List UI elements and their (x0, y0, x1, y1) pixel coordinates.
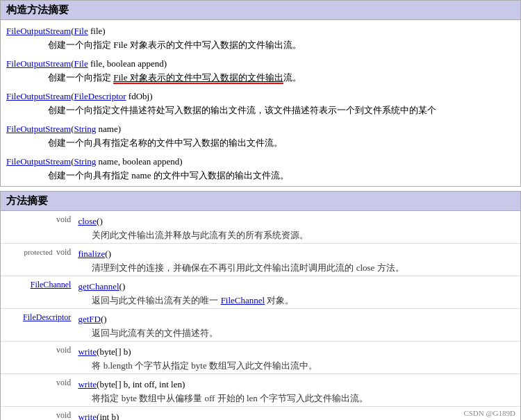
string-link-5[interactable]: String (74, 156, 97, 167)
method-sig-write3: write(int b) (78, 410, 518, 420)
constructor-link-3[interactable]: FileOutputStream (6, 91, 71, 101)
constructor-desc-2: 创建一个向指定 File 对象表示的文件中写入数据的文件输出流。 (6, 71, 515, 85)
method-link-write1[interactable]: write (78, 346, 97, 357)
constructor-desc-4: 创建一个向具有指定名称的文件中写入数据的输出文件流。 (6, 136, 515, 150)
constructor-item-1: FileOutputStream(File file) 创建一个向指定 File… (6, 24, 515, 51)
method-link-getfd[interactable]: getFD (78, 314, 101, 324)
method-link-finalize[interactable]: finalize (78, 249, 105, 259)
return-link-getfd[interactable]: FileDescriptor (23, 312, 71, 322)
method-sig-write1: write(byte[] b) (78, 345, 518, 359)
constructor-desc-3: 创建一个向指定文件描述符处写入数据的输出文件流，该文件描述符表示一个到文件系统中… (6, 103, 515, 117)
constructor-sig-5: FileOutputStream(String name, boolean ap… (6, 155, 515, 169)
method-return-write3: void (1, 407, 75, 421)
methods-header: 方法摘要 (1, 192, 520, 211)
constructor-link-1[interactable]: FileOutputStream (6, 26, 71, 36)
method-sig-getfd: getFD() (78, 312, 518, 326)
method-row-write3: void write(int b) 将指定字节写入此文件输出流。 (1, 407, 520, 421)
string-link-4[interactable]: String (74, 124, 97, 134)
constructor-sig-2: FileOutputStream(File file, boolean appe… (6, 57, 515, 71)
method-return-getchannel: FileChannel (1, 276, 75, 309)
method-cell-close: close() 关闭此文件输出流并释放与此流有关的所有系统资源。 (75, 211, 520, 244)
constructor-sig-1: FileOutputStream(File file) (6, 24, 515, 38)
constructor-link-2[interactable]: FileOutputStream (6, 58, 71, 69)
constructor-desc-5: 创建一个向具有指定 name 的文件中写入数据的输出文件流。 (6, 169, 515, 183)
method-sig-write2: write(byte[] b, int off, int len) (78, 378, 518, 392)
method-cell-getchannel: getChannel() 返回与此文件输出流有关的唯一 FileChannel … (75, 276, 520, 309)
constructor-sig-3: FileOutputStream(FileDescriptor fdObj) (6, 90, 515, 103)
constructor-sig-4: FileOutputStream(String name) (6, 122, 515, 136)
method-row-write1: void write(byte[] b) 将 b.length 个字节从指定 b… (1, 342, 520, 374)
methods-body: void close() 关闭此文件输出流并释放与此流有关的所有系统资源。 pr… (1, 211, 520, 420)
constructor-desc-1: 创建一个向指定 File 对象表示的文件中写入数据的文件输出流。 (6, 38, 515, 52)
method-row-close: void close() 关闭此文件输出流并释放与此流有关的所有系统资源。 (1, 211, 520, 244)
method-desc-getfd: 返回与此流有关的文件描述符。 (78, 326, 518, 340)
constructors-section: 构造方法摘要 FileOutputStream(File file) 创建一个向… (0, 0, 521, 187)
constructor-link-4[interactable]: FileOutputStream (6, 124, 71, 134)
method-cell-finalize: finalize() 清理到文件的连接，并确保在不再引用此文件输出流时调用此流的… (75, 244, 520, 276)
method-cell-write1: write(byte[] b) 将 b.length 个字节从指定 byte 数… (75, 342, 520, 374)
return-link-getchannel[interactable]: FileChannel (31, 280, 72, 289)
method-link-getchannel[interactable]: getChannel (78, 281, 119, 292)
method-link-write2[interactable]: write (78, 379, 97, 389)
methods-title: 方法摘要 (6, 195, 48, 206)
constructor-item-3: FileOutputStream(FileDescriptor fdObj) 创… (6, 90, 515, 117)
file-link-2[interactable]: File (74, 58, 88, 69)
method-cell-write2: write(byte[] b, int off, int len) 将指定 by… (75, 374, 520, 407)
watermark: CSDN @G189D (463, 409, 515, 417)
method-row-getfd: FileDescriptor getFD() 返回与此流有关的文件描述符。 (1, 309, 520, 342)
method-link-close[interactable]: close (78, 216, 97, 226)
method-desc-write1: 将 b.length 个字节从指定 byte 数组写入此文件输出流中。 (78, 359, 518, 373)
method-row-finalize: protected void finalize() 清理到文件的连接，并确保在不… (1, 244, 520, 276)
constructor-item-2: FileOutputStream(File file, boolean appe… (6, 57, 515, 84)
method-link-write3[interactable]: write (78, 412, 97, 420)
method-desc-getchannel: 返回与此文件输出流有关的唯一 FileChannel 对象。 (78, 294, 518, 308)
method-cell-getfd: getFD() 返回与此流有关的文件描述符。 (75, 309, 520, 342)
method-return-write1: void (1, 342, 75, 374)
constructor-link-5[interactable]: FileOutputStream (6, 156, 71, 167)
constructor-item-5: FileOutputStream(String name, boolean ap… (6, 155, 515, 182)
method-return-getfd: FileDescriptor (1, 309, 75, 342)
desc-highlight-2: File 对象表示的文件中写入数据的文件输出 (113, 72, 283, 84)
constructors-title: 构造方法摘要 (6, 4, 69, 15)
constructors-header: 构造方法摘要 (1, 1, 520, 20)
method-return-close: void (1, 211, 75, 244)
methods-section: 方法摘要 void close() 关闭此文件输出流并释放与此流有关的所有系统资… (0, 191, 521, 420)
file-link-1[interactable]: File (74, 26, 88, 36)
filechannel-inline-link[interactable]: FileChannel (221, 295, 265, 305)
method-return-finalize: protected void (1, 244, 75, 276)
method-sig-finalize: finalize() (78, 247, 518, 261)
method-sig-getchannel: getChannel() (78, 280, 518, 294)
method-return-write2: void (1, 374, 75, 407)
method-sig-close: close() (78, 215, 518, 228)
constructor-item-4: FileOutputStream(String name) 创建一个向具有指定名… (6, 122, 515, 149)
method-row-write2: void write(byte[] b, int off, int len) 将… (1, 374, 520, 407)
method-desc-close: 关闭此文件输出流并释放与此流有关的所有系统资源。 (78, 228, 518, 242)
filedescriptor-link-3[interactable]: FileDescriptor (74, 91, 126, 101)
method-desc-finalize: 清理到文件的连接，并确保在不再引用此文件输出流时调用此流的 close 方法。 (78, 261, 518, 275)
method-desc-write2: 将指定 byte 数组中从偏移量 off 开始的 len 个字节写入此文件输出流… (78, 392, 518, 405)
constructors-body: FileOutputStream(File file) 创建一个向指定 File… (1, 20, 520, 186)
methods-table: void close() 关闭此文件输出流并释放与此流有关的所有系统资源。 pr… (1, 211, 520, 420)
method-row-getchannel: FileChannel getChannel() 返回与此文件输出流有关的唯一 … (1, 276, 520, 309)
method-cell-write3: write(int b) 将指定字节写入此文件输出流。 (75, 407, 520, 421)
